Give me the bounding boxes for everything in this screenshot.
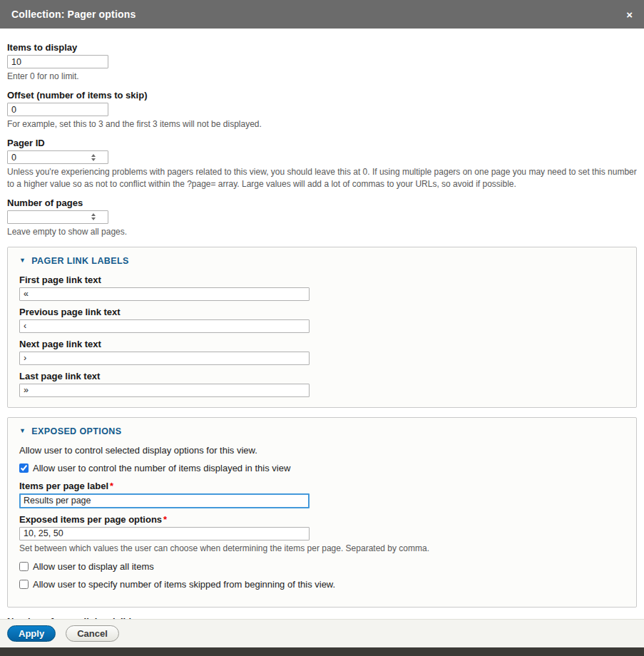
items-per-page-label-label: Items per page label*: [19, 481, 625, 491]
next-page-link-field: Next page link text: [19, 339, 625, 365]
previous-page-link-input[interactable]: [19, 319, 310, 333]
offset-checkbox-row: Allow user to specify number of items sk…: [19, 579, 625, 590]
exposed-options-legend-text: EXPOSED OPTIONS: [31, 426, 121, 436]
number-spinner-icon[interactable]: [91, 213, 96, 220]
required-marker: *: [110, 481, 113, 491]
pager-id-field: Pager ID Unless you're experiencing prob…: [7, 138, 637, 189]
control-items-checkbox-row: Allow user to control the number of item…: [19, 463, 625, 473]
display-all-checkbox-label[interactable]: Allow user to display all items: [33, 561, 154, 572]
pager-link-labels-fieldset: ▼ PAGER LINK LABELS First page link text…: [7, 247, 637, 408]
number-of-pages-field: Number of pages Leave empty to show all …: [7, 198, 637, 237]
items-to-display-field: Items to display Enter 0 for no limit.: [7, 42, 637, 82]
close-icon[interactable]: ×: [626, 9, 633, 20]
page-title: Collection: Pager options: [11, 9, 136, 20]
exposed-items-options-label: Exposed items per page options*: [19, 514, 625, 525]
next-page-link-label: Next page link text: [19, 339, 625, 349]
pager-id-label: Pager ID: [7, 138, 637, 148]
number-spinner-icon[interactable]: [91, 154, 96, 161]
first-page-link-field: First page link text: [19, 275, 625, 301]
first-page-link-label: First page link text: [19, 275, 625, 285]
pager-link-labels-legend-text: PAGER LINK LABELS: [31, 256, 128, 266]
control-items-checkbox[interactable]: [19, 463, 29, 473]
cancel-button[interactable]: Cancel: [66, 625, 119, 642]
display-all-checkbox[interactable]: [19, 562, 29, 571]
items-per-page-label-field: Items per page label*: [19, 481, 625, 508]
dialog-footer: Apply Cancel: [0, 619, 644, 647]
collapse-arrow-icon: ▼: [19, 257, 26, 264]
control-items-checkbox-label[interactable]: Allow user to control the number of item…: [33, 463, 290, 473]
exposed-items-options-field: Exposed items per page options* Set betw…: [19, 514, 625, 554]
last-page-link-field: Last page link text: [19, 371, 625, 397]
exposed-options-legend[interactable]: ▼ EXPOSED OPTIONS: [19, 426, 625, 436]
offset-help: For example, set this to 3 and the first…: [7, 118, 637, 130]
items-to-display-help: Enter 0 for no limit.: [7, 71, 637, 82]
exposed-options-fieldset: ▼ EXPOSED OPTIONS Allow user to control …: [7, 417, 637, 608]
first-page-link-input[interactable]: [19, 287, 310, 301]
number-of-pages-label: Number of pages: [7, 198, 637, 208]
dialog-content: Items to display Enter 0 for no limit. O…: [0, 29, 644, 619]
pager-id-help: Unless you're experiencing problems with…: [7, 166, 637, 189]
required-marker: *: [163, 514, 167, 525]
items-per-page-label-input[interactable]: [19, 493, 310, 508]
offset-field: Offset (number of items to skip) For exa…: [7, 90, 637, 130]
number-of-pages-help: Leave empty to show all pages.: [7, 226, 637, 237]
items-to-display-input[interactable]: [7, 55, 108, 68]
apply-button[interactable]: Apply: [7, 625, 56, 642]
last-page-link-label: Last page link text: [19, 371, 625, 381]
last-page-link-input[interactable]: [19, 384, 310, 397]
collapse-arrow-icon: ▼: [19, 428, 26, 434]
pager-link-labels-legend[interactable]: ▼ PAGER LINK LABELS: [19, 256, 625, 266]
dialog-titlebar: Collection: Pager options ×: [0, 0, 644, 29]
offset-checkbox[interactable]: [19, 580, 29, 589]
exposed-items-options-input[interactable]: [19, 527, 310, 540]
next-page-link-input[interactable]: [19, 352, 310, 365]
items-to-display-label: Items to display: [7, 42, 637, 53]
offset-checkbox-label[interactable]: Allow user to specify number of items sk…: [33, 579, 335, 590]
page-background-bar: [0, 647, 644, 656]
previous-page-link-label: Previous page link text: [19, 307, 625, 317]
exposed-options-intro: Allow user to control selected display o…: [19, 445, 625, 456]
exposed-items-options-help: Set between which values the user can ch…: [19, 543, 625, 554]
offset-input[interactable]: [7, 103, 108, 116]
display-all-checkbox-row: Allow user to display all items: [19, 561, 625, 572]
offset-label: Offset (number of items to skip): [7, 90, 637, 101]
previous-page-link-field: Previous page link text: [19, 307, 625, 333]
